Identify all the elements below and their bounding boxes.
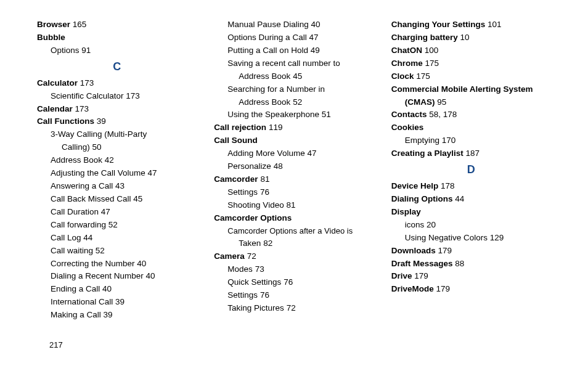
term: Call rejection: [214, 123, 266, 132]
label: Options During a Call: [227, 33, 306, 42]
term: Camcorder Options: [214, 213, 292, 223]
sub-call-waiting: Call waiting 52: [51, 245, 197, 258]
sub-co-after-l2: Taken 82: [239, 237, 374, 250]
label: Manual Pause Dialing: [227, 20, 308, 29]
page-ref: 165: [73, 20, 87, 29]
sub-address-book: Address Book 42: [51, 154, 197, 167]
page-ref: 179: [414, 271, 428, 280]
term: Camcorder: [214, 174, 258, 184]
term: Charging battery: [391, 33, 458, 42]
page-ref: 40: [311, 20, 320, 29]
entry-dialing-options: Dialing Options 44: [391, 193, 551, 206]
page-ref: 178: [441, 181, 455, 190]
page-ref: 179: [438, 246, 452, 255]
term: Camera: [214, 251, 245, 261]
term: Dialing Options: [391, 194, 453, 203]
label: Using Negative Colors: [405, 233, 488, 242]
sub-cookies-emptying: Emptying 170: [405, 134, 551, 147]
sub-search-l2: Address Book 52: [239, 96, 374, 109]
entry-chrome: Chrome 175: [391, 57, 551, 70]
label: Call waiting: [51, 246, 93, 255]
sub-making-call: Making a Call 39: [51, 309, 197, 322]
label: Call Log: [51, 233, 81, 242]
label: Answering a Call: [51, 181, 113, 190]
term: Call Sound: [214, 136, 258, 145]
label: Address Book: [239, 97, 290, 107]
sub-camcorder-settings: Settings 76: [227, 186, 374, 199]
label: Shooting Video: [227, 200, 284, 210]
term: Contacts: [391, 110, 427, 119]
label: icons: [405, 220, 425, 229]
page-ref: 100: [425, 46, 439, 55]
term: Draft Messages: [391, 259, 453, 268]
label: Using the Speakerphone: [227, 110, 319, 119]
sub-call-duration: Call Duration 47: [51, 206, 197, 219]
sub-more-volume: Adding More Volume 47: [227, 147, 374, 160]
page-ref: 58: [429, 110, 438, 119]
sub-options-during: Options During a Call 47: [227, 31, 374, 44]
page-ref: 72: [287, 303, 296, 312]
entry-display: Display: [391, 206, 551, 219]
page-ref: 175: [425, 59, 439, 68]
sub-dial-recent: Dialing a Recent Number 40: [51, 270, 197, 283]
sub-call-log: Call Log 44: [51, 232, 197, 245]
entry-changing-settings: Changing Your Settings 101: [391, 18, 551, 31]
sub-international-call: International Call 39: [51, 296, 197, 309]
column-1: Browser 165 Bubble Options 91 C Calculat…: [37, 18, 197, 322]
page-ref: 48: [274, 161, 283, 171]
page-ref: 51: [322, 110, 331, 119]
sub-adjust-volume: Adjusting the Call Volume 47: [51, 167, 197, 180]
entry-creating-playlist: Creating a Playlist 187: [391, 147, 551, 160]
page-ref: 49: [311, 46, 320, 55]
page-ref: 76: [260, 187, 269, 197]
sub-callback-missed: Call Back Missed Call 45: [51, 193, 197, 206]
term: Drive: [391, 271, 412, 280]
page-ref: 91: [81, 46, 91, 55]
page-ref: 175: [416, 71, 430, 81]
page-ref: 44: [455, 194, 464, 203]
entry-calendar: Calendar 173: [37, 103, 197, 116]
sub-bubble-options: Options 91: [51, 44, 197, 57]
label: Adding More Volume: [227, 149, 304, 158]
term: Cookies: [391, 123, 424, 132]
term: Creating a Playlist: [391, 149, 463, 158]
entry-draft-messages: Draft Messages 88: [391, 258, 551, 271]
label: Scientific Calculator: [51, 91, 124, 100]
label: Emptying: [405, 136, 439, 145]
entry-device-help: Device Help 178: [391, 180, 551, 193]
label: Options: [51, 46, 80, 55]
page-ref: 81: [260, 174, 269, 184]
label: International Call: [51, 297, 113, 306]
entry-call-rejection: Call rejection 119: [214, 121, 374, 134]
page-ref: 101: [488, 20, 502, 29]
label: Call Duration: [51, 207, 99, 216]
sub-camera-modes: Modes 73: [227, 263, 374, 276]
page-ref: 173: [126, 91, 140, 100]
page-ref: 40: [137, 259, 146, 268]
page-ref: 76: [284, 277, 293, 287]
label: Call Back Missed Call: [51, 194, 131, 203]
label: Adjusting the Call Volume: [51, 168, 145, 178]
sub-call-forwarding: Call forwarding 52: [51, 219, 197, 232]
page-ref: 47: [309, 33, 318, 42]
page-ref: 129: [490, 233, 504, 242]
page-ref: 187: [465, 149, 480, 158]
page-ref: 39: [115, 297, 125, 306]
entry-camcorder: Camcorder 81: [214, 173, 374, 186]
page-ref-2: 178: [443, 110, 457, 119]
label: Taking Pictures: [227, 303, 284, 312]
columns-container: Browser 165 Bubble Options 91 C Calculat…: [37, 18, 551, 322]
label: Call forwarding: [51, 220, 106, 229]
term: DriveMode: [391, 284, 434, 293]
page-ref: 42: [105, 155, 114, 165]
page-ref: 45: [133, 194, 142, 203]
page-ref: 170: [442, 136, 456, 145]
sub-ending-call: Ending a Call 40: [51, 283, 197, 296]
entry-call-sound: Call Sound: [214, 134, 374, 147]
page-ref: 45: [293, 71, 302, 81]
entry-cookies: Cookies: [391, 121, 551, 134]
page-ref: 76: [260, 290, 269, 300]
term: Calculator: [37, 78, 78, 88]
sub-manual-pause: Manual Pause Dialing 40: [227, 18, 374, 31]
section-letter-c: C: [37, 59, 197, 76]
